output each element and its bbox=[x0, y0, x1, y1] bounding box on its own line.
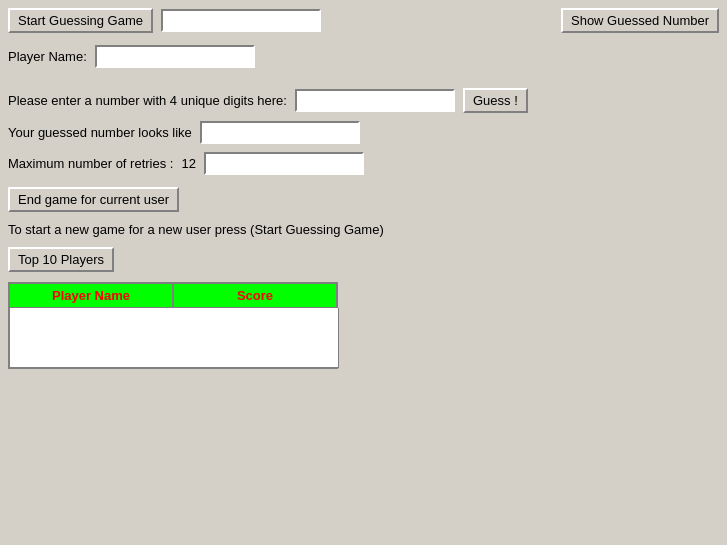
leaderboard-col-score: Score bbox=[173, 283, 337, 308]
guess-prompt-label: Please enter a number with 4 unique digi… bbox=[8, 93, 287, 108]
show-guessed-number-button[interactable]: Show Guessed Number bbox=[561, 8, 719, 33]
top-bar: Start Guessing Game Show Guessed Number bbox=[8, 8, 719, 33]
guess-button[interactable]: Guess ! bbox=[463, 88, 528, 113]
start-guessing-game-button[interactable]: Start Guessing Game bbox=[8, 8, 153, 33]
leaderboard-body bbox=[9, 308, 339, 368]
end-game-button[interactable]: End game for current user bbox=[8, 187, 179, 212]
leaderboard-col-player-name: Player Name bbox=[9, 283, 173, 308]
guessed-number-display[interactable] bbox=[200, 121, 360, 144]
top-players-btn-container: Top 10 Players bbox=[8, 247, 719, 272]
retries-input[interactable] bbox=[204, 152, 364, 175]
player-name-label: Player Name: bbox=[8, 49, 87, 64]
leaderboard: Player Name Score bbox=[8, 282, 338, 369]
guessed-number-row: Your guessed number looks like bbox=[8, 121, 719, 144]
guess-prompt-row: Please enter a number with 4 unique digi… bbox=[8, 88, 719, 113]
retries-label: Maximum number of retries : bbox=[8, 156, 173, 171]
top-bar-input[interactable] bbox=[161, 9, 321, 32]
retries-section: Maximum number of retries : 12 bbox=[8, 152, 719, 175]
top-10-players-button[interactable]: Top 10 Players bbox=[8, 247, 114, 272]
new-game-info: To start a new game for a new user press… bbox=[8, 222, 719, 237]
leaderboard-header: Player Name Score bbox=[9, 283, 337, 308]
guessed-number-label: Your guessed number looks like bbox=[8, 125, 192, 140]
guess-input[interactable] bbox=[295, 89, 455, 112]
retries-value: 12 bbox=[181, 156, 195, 171]
end-game-section: End game for current user bbox=[8, 187, 719, 212]
player-name-section: Player Name: bbox=[8, 45, 719, 68]
player-name-input[interactable] bbox=[95, 45, 255, 68]
guess-section: Please enter a number with 4 unique digi… bbox=[8, 88, 719, 144]
